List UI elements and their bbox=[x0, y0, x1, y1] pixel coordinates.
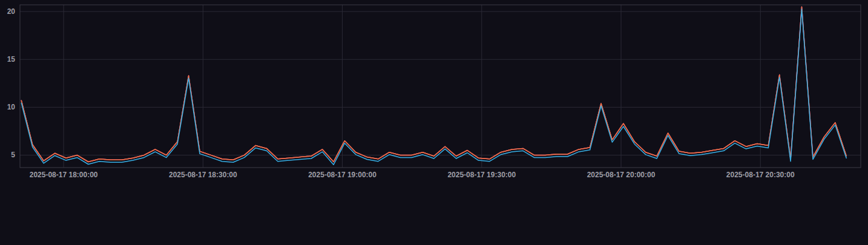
series-line-SEN55_P1 bbox=[21, 7, 846, 162]
series-line-SEN55_P0 bbox=[21, 9, 846, 165]
chart-canvas[interactable]: 51015202025-08-17 18:00:002025-08-17 18:… bbox=[0, 0, 868, 181]
time-series-chart[interactable]: 51015202025-08-17 18:00:002025-08-17 18:… bbox=[0, 0, 868, 181]
x-axis-tick-label: 2025-08-17 18:30:00 bbox=[169, 171, 237, 179]
y-axis-tick-label: 10 bbox=[7, 103, 16, 111]
x-axis-tick-label: 2025-08-17 20:00:00 bbox=[587, 171, 656, 179]
y-axis-tick-label: 5 bbox=[11, 151, 15, 159]
series-line-SEN55_P2 bbox=[21, 7, 846, 162]
legend-table: Latest _value _field _measurement node 4… bbox=[0, 186, 424, 244]
series-line-SEN55_P4 bbox=[21, 7, 846, 162]
x-axis-tick-label: 2025-08-17 19:30:00 bbox=[447, 171, 516, 179]
y-axis-tick-label: 15 bbox=[7, 55, 16, 64]
dashboard-panel: 51015202025-08-17 18:00:002025-08-17 18:… bbox=[0, 0, 868, 245]
y-axis-tick-label: 20 bbox=[7, 7, 16, 16]
x-axis-tick-label: 2025-08-17 18:00:00 bbox=[30, 171, 98, 179]
x-axis-tick-label: 2025-08-17 20:30:00 bbox=[726, 171, 795, 179]
x-axis-tick-label: 2025-08-17 19:00:00 bbox=[308, 171, 376, 179]
